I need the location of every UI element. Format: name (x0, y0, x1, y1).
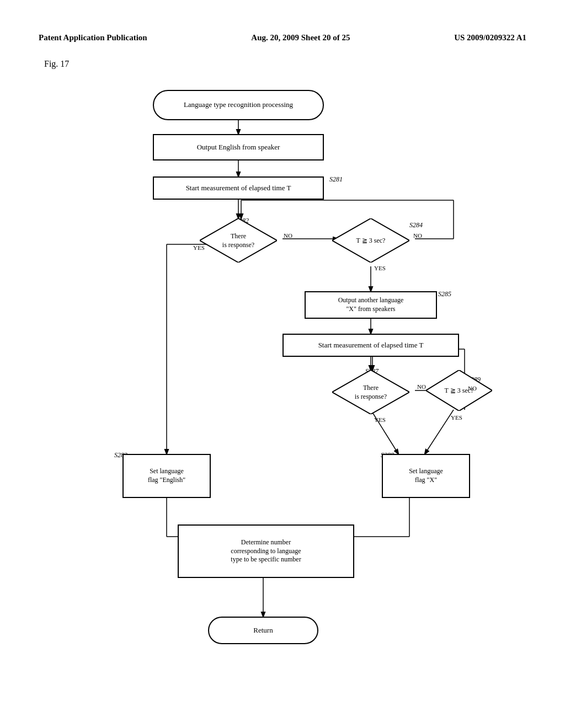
svg-text:There: There (363, 384, 379, 392)
s285-node: Output another language "X" from speaker… (305, 291, 437, 319)
s290-node: Determine number corresponding to langua… (178, 524, 354, 578)
svg-text:T ≧ 3 sec?: T ≧ 3 sec? (356, 237, 386, 244)
s282-no-label: NO (284, 232, 292, 239)
s287-no-label: NO (417, 383, 426, 390)
end-node: Return (208, 617, 318, 644)
start-node: Language type recognition processing (153, 90, 324, 120)
svg-line-11 (425, 410, 454, 454)
s286-node: Start measurement of elapsed time T (282, 334, 459, 357)
s280-node: Output English from speaker (153, 134, 324, 160)
figure-label: Fig. 17 (44, 59, 526, 69)
s284-no-label: NO (413, 232, 422, 239)
s287-diamond: There is response? (332, 370, 409, 414)
s287-yes-label: YES (374, 416, 386, 423)
s285-label: S285 (438, 290, 451, 298)
svg-marker-29 (332, 370, 409, 414)
flowchart: Language type recognition processing S28… (67, 79, 498, 686)
s284-label: S284 (409, 221, 423, 229)
s289-no-label: NO (468, 385, 477, 392)
svg-marker-24 (200, 218, 277, 263)
s289-diamond: T ≧ 3 sec? (426, 370, 492, 411)
s282-diamond: There is response? (200, 218, 277, 263)
svg-text:There: There (231, 232, 246, 240)
s284-yes-label: YES (374, 265, 386, 271)
s283-node: Set language flag "English" (122, 454, 211, 498)
page-header: Patent Application Publication Aug. 20, … (39, 33, 526, 42)
header-right: US 2009/0209322 A1 (454, 33, 526, 42)
s288-node: Set language flag "X" (382, 454, 470, 498)
s281-label: S281 (329, 175, 343, 184)
svg-text:is response?: is response? (355, 393, 387, 400)
s281-node: Start measurement of elapsed time T (153, 176, 324, 200)
svg-text:is response?: is response? (222, 241, 254, 249)
header-center: Aug. 20, 2009 Sheet 20 of 25 (251, 33, 350, 42)
page: Patent Application Publication Aug. 20, … (0, 0, 565, 728)
s284-diamond: T ≧ 3 sec? (332, 218, 409, 263)
s289-yes-label: YES (451, 414, 462, 421)
s282-yes-label: YES (193, 244, 205, 251)
header-left: Patent Application Publication (39, 33, 147, 42)
